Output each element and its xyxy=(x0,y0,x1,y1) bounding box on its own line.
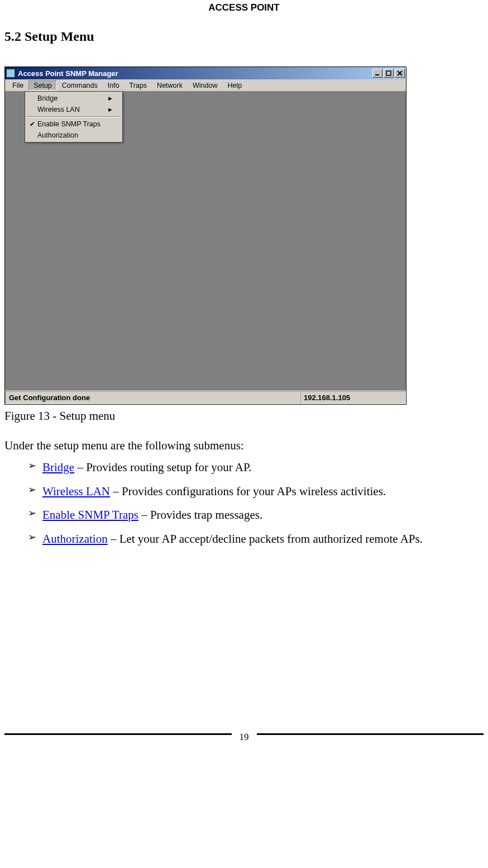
submenu-arrow-icon: ▶ xyxy=(108,107,112,112)
status-ip: 192.168.1.105 xyxy=(300,391,406,404)
list-text: – Let your AP accept/decline packets fro… xyxy=(108,532,423,546)
submenu-list: Bridge – Provides routing setup for your… xyxy=(4,458,484,548)
footer-rule-left xyxy=(4,733,232,735)
statusbar: Get Configuration done 192.168.1.105 xyxy=(5,391,406,404)
dropdown-item-bridge[interactable]: Bridge ▶ xyxy=(25,93,122,104)
dropdown-label: Bridge xyxy=(37,94,108,102)
titlebar: Access Point SNMP Manager xyxy=(5,67,406,79)
link-bridge[interactable]: Bridge xyxy=(42,461,74,474)
submenu-arrow-icon: ▶ xyxy=(108,96,112,101)
link-authorization[interactable]: Authorization xyxy=(42,532,108,546)
page-footer: 19 xyxy=(4,727,484,741)
list-item: Bridge – Provides routing setup for your… xyxy=(28,458,484,477)
link-enable-snmp-traps[interactable]: Enable SNMP Traps xyxy=(42,508,138,521)
maximize-button[interactable] xyxy=(384,69,394,78)
window-controls xyxy=(372,69,406,78)
window-title: Access Point SNMP Manager xyxy=(18,69,118,78)
menu-traps[interactable]: Traps xyxy=(125,80,152,91)
menu-setup[interactable]: Setup xyxy=(28,80,57,91)
list-item: Enable SNMP Traps – Provides trap messag… xyxy=(28,506,484,524)
section-heading: 5.2 Setup Menu xyxy=(4,29,484,44)
menu-help[interactable]: Help xyxy=(222,80,247,91)
figure-caption: Figure 13 - Setup menu xyxy=(4,409,484,423)
list-item: Wireless LAN – Provides configurations f… xyxy=(28,482,484,501)
dropdown-item-enable-snmp-traps[interactable]: ✔ Enable SNMP Traps xyxy=(25,118,122,130)
list-text: – Provides trap messages. xyxy=(138,508,262,521)
close-button[interactable] xyxy=(395,69,405,78)
checkmark-icon: ✔ xyxy=(27,120,37,128)
client-area: Bridge ▶ Wireless LAN ▶ ✔ Enable SNMP Tr… xyxy=(5,92,406,391)
svg-rect-1 xyxy=(386,71,391,75)
app-icon xyxy=(6,69,15,78)
page-number: 19 xyxy=(232,732,257,741)
link-wireless-lan[interactable]: Wireless LAN xyxy=(42,485,110,498)
status-message: Get Configuration done xyxy=(5,391,300,404)
menubar: File Setup Commands Info Traps Network W… xyxy=(5,79,406,92)
dropdown-label: Enable SNMP Traps xyxy=(37,120,112,128)
menu-commands[interactable]: Commands xyxy=(57,80,103,91)
svg-rect-0 xyxy=(375,74,379,75)
list-text: – Provides routing setup for your AP. xyxy=(74,461,251,474)
intro-paragraph: Under the setup menu are the following s… xyxy=(4,439,484,453)
setup-dropdown: Bridge ▶ Wireless LAN ▶ ✔ Enable SNMP Tr… xyxy=(25,91,123,143)
dropdown-separator xyxy=(26,116,121,117)
menu-window[interactable]: Window xyxy=(188,80,222,91)
list-text: – Provides configurations for your APs w… xyxy=(110,485,386,498)
footer-rule-right xyxy=(257,733,484,735)
menu-file[interactable]: File xyxy=(7,80,28,91)
dropdown-item-authorization[interactable]: Authorization xyxy=(25,130,122,141)
minimize-button[interactable] xyxy=(372,69,382,78)
menu-network[interactable]: Network xyxy=(152,80,188,91)
dropdown-item-wireless-lan[interactable]: Wireless LAN ▶ xyxy=(25,104,122,115)
app-window: Access Point SNMP Manager File Setup Com… xyxy=(4,67,406,405)
dropdown-label: Authorization xyxy=(37,131,112,139)
menu-info[interactable]: Info xyxy=(103,80,125,91)
doc-header: ACCESS POINT xyxy=(4,2,484,13)
dropdown-label: Wireless LAN xyxy=(37,106,108,113)
list-item: Authorization – Let your AP accept/decli… xyxy=(28,530,484,548)
